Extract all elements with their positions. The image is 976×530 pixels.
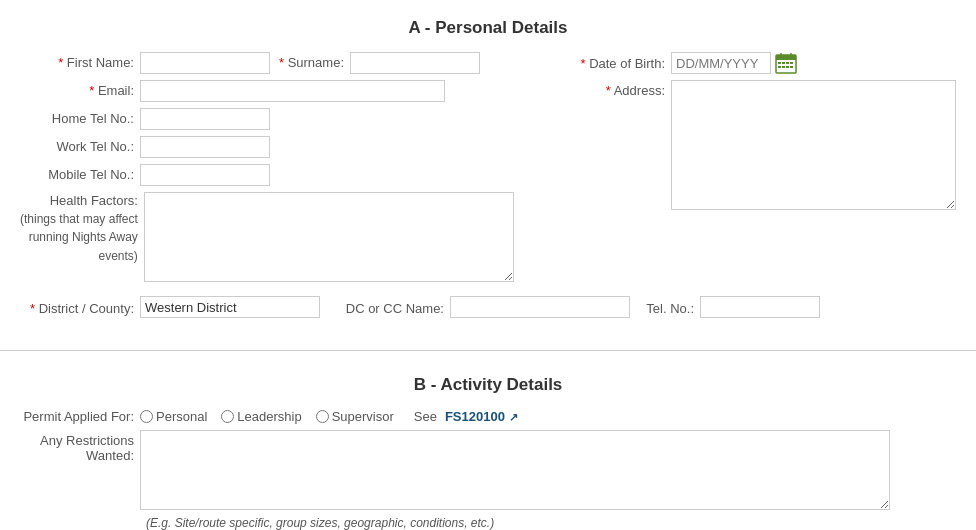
- mobiletel-input[interactable]: [140, 164, 270, 186]
- calendar-icon[interactable]: [775, 52, 797, 74]
- svg-rect-8: [778, 66, 781, 68]
- restrictions-row: Any RestrictionsWanted:: [20, 430, 956, 510]
- district-input[interactable]: [140, 296, 320, 318]
- email-required-star: *: [89, 83, 94, 98]
- permit-options: Personal Leadership Supervisor See FS120…: [140, 409, 518, 424]
- svg-rect-6: [786, 62, 789, 64]
- permit-personal-option[interactable]: Personal: [140, 409, 207, 424]
- mobiletel-row: Mobile Tel No.:: [20, 164, 551, 186]
- hometel-label: Home Tel No.:: [20, 108, 140, 126]
- surname-input[interactable]: [350, 52, 480, 74]
- dcccname-input[interactable]: [450, 296, 630, 318]
- district-row: * District / County: DC or CC Name: Tel.…: [20, 296, 956, 318]
- worktel-input[interactable]: [140, 136, 270, 158]
- right-column: * Date of Birth:: [571, 52, 956, 288]
- section-divider: [0, 350, 976, 351]
- svg-rect-10: [786, 66, 789, 68]
- see-label: See: [414, 409, 437, 424]
- fs-code-link[interactable]: FS120100 ↗: [445, 409, 518, 424]
- permit-supervisor-radio[interactable]: [316, 410, 329, 423]
- healthfactors-textarea[interactable]: [144, 192, 514, 282]
- svg-rect-5: [782, 62, 785, 64]
- dob-label: * Date of Birth:: [571, 56, 671, 71]
- svg-rect-11: [790, 66, 793, 68]
- restrictions-hint: (E.g. Site/route specific, group sizes, …: [20, 516, 956, 530]
- healthfactors-row: Health Factors: (things that may affectr…: [20, 192, 551, 282]
- permit-leadership-label: Leadership: [237, 409, 301, 424]
- fs-code-text: FS120100: [445, 409, 505, 424]
- hometel-input[interactable]: [140, 108, 270, 130]
- worktel-label: Work Tel No.:: [20, 136, 140, 154]
- telno-label: Tel. No.:: [640, 298, 700, 316]
- svg-rect-7: [790, 62, 793, 64]
- firstname-required-star: *: [58, 55, 63, 70]
- hometel-row: Home Tel No.:: [20, 108, 551, 130]
- section-b: B - Activity Details Permit Applied For:…: [0, 361, 976, 530]
- permit-row: Permit Applied For: Personal Leadership …: [20, 409, 956, 424]
- telno-input[interactable]: [700, 296, 820, 318]
- firstname-label: * First Name:: [20, 52, 140, 70]
- permit-personal-radio[interactable]: [140, 410, 153, 423]
- permit-leadership-radio[interactable]: [221, 410, 234, 423]
- worktel-row: Work Tel No.:: [20, 136, 551, 158]
- email-input[interactable]: [140, 80, 445, 102]
- section-a-title: A - Personal Details: [20, 10, 956, 38]
- district-label: * District / County:: [20, 298, 140, 316]
- dcccname-label: DC or CC Name:: [340, 298, 450, 316]
- address-required-star: *: [606, 83, 611, 98]
- svg-rect-1: [776, 55, 796, 60]
- address-row: * Address:: [571, 80, 956, 210]
- permit-supervisor-option[interactable]: Supervisor: [316, 409, 394, 424]
- fs-arrow-icon: ↗: [509, 411, 518, 423]
- permit-label: Permit Applied For:: [20, 409, 140, 424]
- permit-personal-label: Personal: [156, 409, 207, 424]
- address-textarea[interactable]: [671, 80, 956, 210]
- calendar-svg: [775, 52, 797, 74]
- left-column: * First Name: * Surname: * Email: Home T…: [20, 52, 551, 288]
- dob-input[interactable]: [671, 52, 771, 74]
- mobiletel-label: Mobile Tel No.:: [20, 164, 140, 182]
- permit-supervisor-label: Supervisor: [332, 409, 394, 424]
- section-a: A - Personal Details * First Name: * Sur…: [0, 0, 976, 340]
- name-row: * First Name: * Surname:: [20, 52, 551, 74]
- email-label: * Email:: [20, 80, 140, 98]
- restrictions-textarea[interactable]: [140, 430, 890, 510]
- firstname-input[interactable]: [140, 52, 270, 74]
- surname-label: * Surname:: [270, 52, 350, 70]
- dob-required-star: *: [580, 56, 585, 71]
- svg-rect-9: [782, 66, 785, 68]
- healthfactors-label: Health Factors: (things that may affectr…: [20, 192, 144, 265]
- restrictions-label: Any RestrictionsWanted:: [20, 430, 140, 463]
- svg-rect-4: [778, 62, 781, 64]
- permit-leadership-option[interactable]: Leadership: [221, 409, 301, 424]
- dob-row: * Date of Birth:: [571, 52, 956, 74]
- section-b-title: B - Activity Details: [20, 367, 956, 395]
- address-label: * Address:: [571, 80, 671, 98]
- district-required-star: *: [30, 301, 35, 316]
- surname-required-star: *: [279, 55, 284, 70]
- email-row: * Email:: [20, 80, 551, 102]
